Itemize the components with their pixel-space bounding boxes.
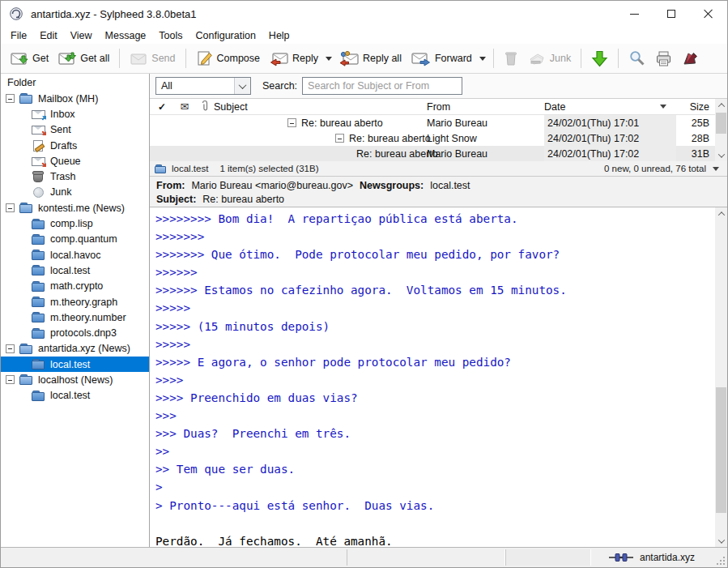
collapse-icon[interactable] xyxy=(6,375,15,384)
folder-icon xyxy=(32,312,45,322)
summary-totals: 0 new, 0 unread, 76 total xyxy=(604,164,706,173)
reply-all-button-label: Reply all xyxy=(363,53,402,64)
date-column-header[interactable]: Date xyxy=(544,101,676,113)
folder-item-antartida.xyz-news-[interactable]: antartida.xyz (News) xyxy=(1,341,149,357)
statusbar: antartida.xyz xyxy=(1,547,727,567)
send-button[interactable]: Send xyxy=(125,49,180,69)
folder-item-local.havoc[interactable]: local.havoc xyxy=(1,247,149,263)
scroll-up-icon[interactable] xyxy=(715,99,727,111)
from-column-header[interactable]: From xyxy=(427,101,544,113)
search-input[interactable] xyxy=(302,77,462,95)
menu-configuration[interactable]: Configuration xyxy=(189,28,262,43)
reply-button[interactable]: Reply xyxy=(265,49,323,69)
toolbar-separator xyxy=(493,49,494,68)
folder-item-local.test[interactable]: local.test xyxy=(1,263,149,278)
junk-icon xyxy=(528,51,546,66)
folder-item-label: Mailbox (MH) xyxy=(38,93,98,105)
message-row[interactable]: Re: bureau abertoLight Snow24/02/01(Thu)… xyxy=(150,130,715,146)
message-subject: Re: bureau aberto xyxy=(356,148,438,160)
message-row[interactable]: Re: bureau abertoMario Bureau24/02/01(Th… xyxy=(150,115,715,130)
menu-file[interactable]: File xyxy=(4,28,33,43)
scroll-up-icon[interactable] xyxy=(715,207,727,220)
size-column-header[interactable]: Size xyxy=(676,101,716,113)
subject-column-header[interactable]: Subject xyxy=(214,101,248,113)
thread-collapse-icon[interactable] xyxy=(287,118,296,127)
scroll-down-icon[interactable] xyxy=(715,535,727,547)
folder-item-kontesti.me-news-[interactable]: kontesti.me (News) xyxy=(1,200,149,216)
reply-dropdown-button[interactable] xyxy=(323,54,334,63)
message-body-scrollbar[interactable] xyxy=(715,207,727,547)
minimize-button[interactable] xyxy=(615,1,653,27)
folder-item-comp.lisp[interactable]: comp.lisp xyxy=(1,216,149,231)
compose-icon xyxy=(196,50,213,66)
folder-icon xyxy=(32,219,45,229)
thread-collapse-icon[interactable] xyxy=(335,134,344,143)
unread-column-header envelope-icon[interactable] xyxy=(174,100,195,113)
menu-help[interactable]: Help xyxy=(262,28,296,43)
scrollbar-thumb[interactable] xyxy=(716,387,726,513)
folder-item-protocols.dnp3[interactable]: protocols.dnp3 xyxy=(1,325,149,340)
folder-item-sent[interactable]: Sent xyxy=(1,122,149,138)
folder-item-local.test[interactable]: local.test xyxy=(1,388,149,404)
delete-button[interactable] xyxy=(499,48,523,69)
message-date: 24/02/01(Thu) 17:01 xyxy=(544,115,676,130)
junk-button[interactable]: Junk xyxy=(523,49,576,68)
menu-edit[interactable]: Edit xyxy=(33,28,64,43)
forward-button[interactable]: Forward xyxy=(407,49,477,69)
message-list-header: Subject From Date Size xyxy=(150,99,715,115)
message-from: Light Snow xyxy=(427,133,544,144)
statusbar-message-area xyxy=(1,548,347,567)
menu-message[interactable]: Message xyxy=(99,28,153,43)
collapse-icon[interactable] xyxy=(6,344,15,353)
folder-item-local.test[interactable]: local.test xyxy=(1,357,149,372)
paperclip-icon xyxy=(201,100,209,112)
resize-grip[interactable] xyxy=(713,548,727,567)
next-unread-button[interactable] xyxy=(586,48,613,70)
filter-scope-select[interactable]: All xyxy=(155,77,251,95)
folder-pane: Folder Mailbox (MH)InboxSentDraftsQueueT… xyxy=(1,74,150,547)
body-line: Perdão. Já fechamos. Até amanhã. xyxy=(155,532,709,547)
mark-column-header check-icon[interactable] xyxy=(150,101,174,113)
junk-button-label: Junk xyxy=(550,53,571,64)
folder-item-trash[interactable]: Trash xyxy=(1,169,149,184)
folder-item-drafts[interactable]: Drafts xyxy=(1,138,149,153)
forward-dropdown-button[interactable] xyxy=(477,54,488,63)
body-line: > Pronto---aqui está senhor. Duas vias. xyxy=(155,497,709,515)
folder-item-m.theory.number[interactable]: m.theory.number xyxy=(1,310,149,325)
maximize-button[interactable] xyxy=(653,1,690,27)
folder-item-m.theory.graph[interactable]: m.theory.graph xyxy=(1,294,149,310)
scrollbar-thumb[interactable] xyxy=(716,113,726,134)
folder-open-icon xyxy=(19,93,33,104)
folder-item-queue[interactable]: Queue xyxy=(1,153,149,169)
message-date: 24/02/01(Thu) 17:02 xyxy=(544,130,676,146)
get-button[interactable]: Get xyxy=(6,49,53,69)
folder-item-junk[interactable]: Junk xyxy=(1,185,149,200)
attachment-column-header[interactable] xyxy=(195,100,214,114)
filter-scope-dropdown[interactable] xyxy=(234,78,250,94)
get-mail-icon xyxy=(11,51,28,66)
menu-tools[interactable]: Tools xyxy=(152,28,189,43)
folder-item-localhost-news-[interactable]: localhost (News) xyxy=(1,372,149,387)
get-all-button[interactable]: Get all xyxy=(53,49,114,69)
folder-item-inbox[interactable]: Inbox xyxy=(1,106,149,122)
message-row[interactable]: Re: bureau abertoMario Bureau24/02/01(Th… xyxy=(150,146,715,161)
chevron-down-icon[interactable] xyxy=(713,167,719,171)
reply-all-button[interactable]: Reply all xyxy=(334,49,407,69)
body-line: >>>>> xyxy=(155,335,709,353)
scroll-down-icon[interactable] xyxy=(715,149,727,161)
collapse-icon[interactable] xyxy=(6,203,15,212)
folder-item-comp.quantum[interactable]: comp.quantum xyxy=(1,232,149,247)
stop-button[interactable] xyxy=(677,48,704,70)
search-button[interactable] xyxy=(624,48,650,70)
print-button[interactable] xyxy=(650,48,677,70)
message-date: 24/02/01(Thu) 17:02 xyxy=(544,146,676,161)
message-list-scrollbar[interactable] xyxy=(715,99,727,161)
menu-view[interactable]: View xyxy=(64,28,99,43)
collapse-icon[interactable] xyxy=(6,94,15,103)
folder-item-mailbox-mh-[interactable]: Mailbox (MH) xyxy=(1,91,149,106)
close-button[interactable] xyxy=(690,1,727,27)
folder-item-math.crypto[interactable]: math.crypto xyxy=(1,279,149,294)
message-size: 31B xyxy=(676,148,716,160)
compose-button[interactable]: Compose xyxy=(191,48,266,69)
folder-item-label: Queue xyxy=(50,156,81,167)
